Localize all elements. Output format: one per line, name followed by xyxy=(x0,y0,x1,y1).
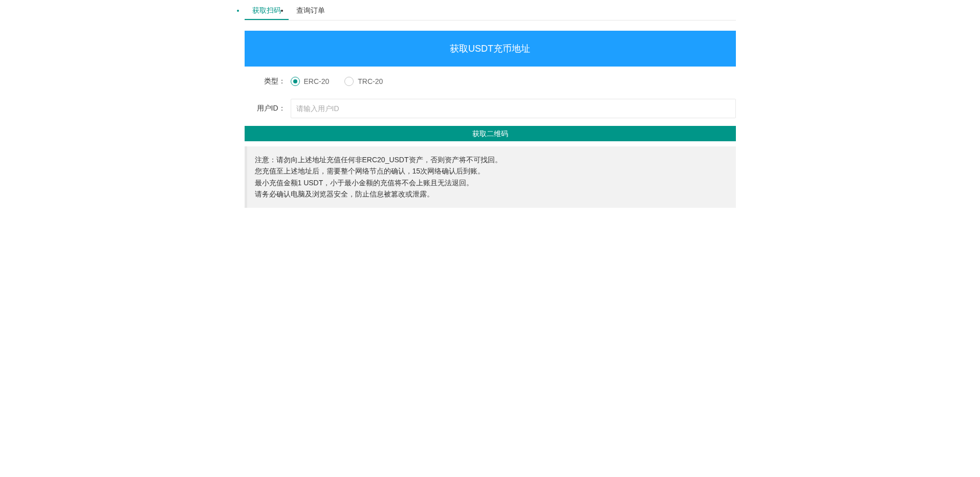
tab-label: 查询订单 xyxy=(296,6,325,14)
radio-label: TRC-20 xyxy=(358,77,383,85)
userid-label: 用户ID： xyxy=(245,104,286,113)
radio-erc20[interactable]: ERC-20 xyxy=(291,77,330,86)
type-label: 类型： xyxy=(245,77,286,86)
radio-circle-icon xyxy=(291,77,300,86)
form-item-type: 类型： ERC-20 TRC-20 xyxy=(245,72,736,91)
tab-bar: 获取扫码 查询订单 xyxy=(245,0,736,20)
radio-circle-icon xyxy=(344,77,354,86)
radio-trc20[interactable]: TRC-20 xyxy=(344,77,383,86)
submit-label: 获取二维码 xyxy=(472,129,508,138)
main-container: 获取扫码 查询订单 获取USDT充币地址 类型： ERC-20 TRC-20 xyxy=(245,0,736,208)
notice-block: 注意：请勿向上述地址充值任何非ERC20_USDT资产，否则资产将不可找回。 您… xyxy=(245,146,736,208)
form-item-userid: 用户ID： xyxy=(245,99,736,118)
type-radio-group: ERC-20 TRC-20 xyxy=(291,77,383,86)
notice-line: 最小充值金额1 USDT，小于最小金额的充值将不会上账且无法退回。 xyxy=(255,177,728,188)
type-control: ERC-20 TRC-20 xyxy=(291,77,736,86)
notice-line: 注意：请勿向上述地址充值任何非ERC20_USDT资产，否则资产将不可找回。 xyxy=(255,154,728,165)
banner-title: 获取USDT充币地址 xyxy=(450,44,530,54)
banner: 获取USDT充币地址 xyxy=(245,31,736,67)
userid-input[interactable] xyxy=(291,99,736,118)
tab-content: 获取USDT充币地址 类型： ERC-20 TRC-20 用户ID： xyxy=(245,20,736,208)
get-qr-button[interactable]: 获取二维码 xyxy=(245,126,736,141)
notice-line: 请务必确认电脑及浏览器安全，防止信息被篡改或泄露。 xyxy=(255,188,728,200)
tab-label: 获取扫码 xyxy=(252,6,281,14)
radio-label: ERC-20 xyxy=(304,77,330,85)
userid-control xyxy=(291,99,736,118)
tab-query-order[interactable]: 查询订单 xyxy=(289,0,333,20)
notice-line: 您充值至上述地址后，需要整个网络节点的确认，15次网络确认后到账。 xyxy=(255,165,728,177)
